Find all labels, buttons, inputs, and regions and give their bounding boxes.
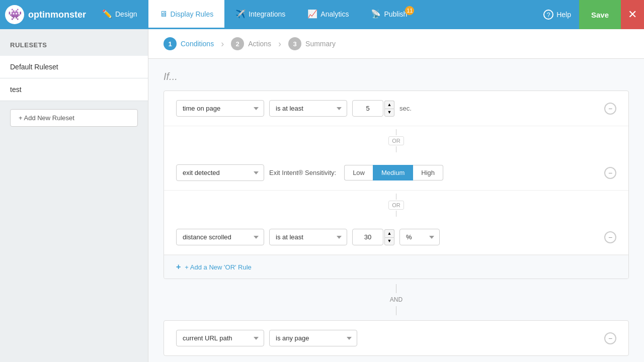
condition-select-1[interactable]: time on page exit detected distance scro… [176,100,264,117]
add-ruleset-button[interactable]: + Add New Ruleset [10,109,138,127]
design-icon: ✏️ [102,9,112,19]
rule-row-4: current URL path time on page exit detec… [164,321,628,355]
unit-label-1: sec. [399,105,412,112]
save-button[interactable]: Save [579,0,621,29]
or-label-2: OR [388,201,404,210]
or-line-bottom-1 [396,146,396,152]
value-input-1[interactable] [352,100,383,117]
unit-select-3[interactable]: % px [399,229,440,245]
tab-design[interactable]: ✏️ Design [91,0,148,29]
if-block: If... time on page exit detected distanc… [148,59,644,362]
rule-group-2: current URL path time on page exit detec… [164,320,629,356]
steps-bar: 1 Conditions › 2 Actions › 3 Summary [148,29,644,59]
sensitivity-low[interactable]: Low [344,165,373,180]
value-input-3[interactable] [352,229,383,245]
spinner-down-3[interactable]: ▼ [384,237,394,245]
sidebar-item-default-ruleset[interactable]: Default Ruleset [0,56,148,78]
spinner-up-3[interactable]: ▲ [384,229,394,237]
help-button[interactable]: ? Help [535,0,579,29]
logo: 👾 optinmonster [5,5,86,24]
condition-select-3[interactable]: distance scrolled time on page exit dete… [176,229,264,245]
tab-display-rules[interactable]: 🖥 Display Rules [148,0,225,29]
condition-select-2[interactable]: exit detected time on page distance scro… [176,164,264,181]
main-content: 1 Conditions › 2 Actions › 3 Summary If.… [148,29,644,362]
and-line-top [396,284,396,293]
step-arrow-1: › [221,39,224,49]
remove-rule-4[interactable]: − [604,332,616,344]
page-layout: Rulesets Default Ruleset test + Add New … [0,29,644,362]
remove-rule-1[interactable]: − [604,103,616,115]
tab-publish[interactable]: 📡 Publish 11 [360,0,418,29]
analytics-icon: 📈 [307,9,317,19]
spinner-down-1[interactable]: ▼ [384,109,394,117]
nav-right: ? Help Save ✕ [535,0,644,29]
operator-select-1[interactable]: is at least is less than [269,100,347,117]
sensitivity-group: Low Medium High [344,165,443,180]
step-2-label: Actions [248,40,271,48]
rule-row-1: time on page exit detected distance scro… [164,91,628,126]
integrations-icon: ✈️ [235,9,246,19]
top-navigation: 👾 optinmonster ✏️ Design 🖥 Display Rules… [0,0,644,29]
help-icon: ? [543,10,553,20]
close-button[interactable]: ✕ [621,0,644,29]
step-actions[interactable]: 2 Actions [231,37,271,50]
publish-badge: 11 [405,6,414,15]
rule-group-1: time on page exit detected distance scro… [164,90,629,279]
value-input-wrap-3: ▲ ▼ [352,229,394,245]
spinner-1: ▲ ▼ [384,101,394,117]
condition-select-4[interactable]: current URL path time on page exit detec… [176,330,264,346]
sensitivity-high[interactable]: High [413,165,443,180]
value-input-wrap-1: ▲ ▼ [352,100,394,117]
logo-icon: 👾 [5,5,24,24]
publish-icon: 📡 [371,9,381,19]
step-summary[interactable]: 3 Summary [288,37,336,50]
tab-integrations[interactable]: ✈️ Integrations [224,0,296,29]
or-separator-2: OR [164,191,628,220]
and-separator: AND [179,279,614,320]
or-line-top-2 [396,194,396,200]
plus-icon: + [176,262,181,272]
sidebar-item-test[interactable]: test [0,78,148,101]
nav-tabs: ✏️ Design 🖥 Display Rules ✈️ Integration… [91,0,535,29]
or-line-top-1 [396,129,396,135]
and-label: AND [385,295,408,305]
sidebar-header: Rulesets [0,34,148,56]
spinner-3: ▲ ▼ [384,229,394,245]
or-line-bottom-2 [396,211,396,217]
step-2-circle: 2 [231,37,244,50]
rule-row-3: distance scrolled time on page exit dete… [164,220,628,255]
sensitivity-medium[interactable]: Medium [373,165,413,180]
step-arrow-2: › [278,39,281,49]
tab-analytics[interactable]: 📈 Analytics [296,0,360,29]
operator-select-4[interactable]: is any page contains exactly matches doe… [269,330,357,346]
operator-select-3[interactable]: is at least is less than [269,229,347,245]
or-label-1: OR [388,136,404,145]
spinner-up-1[interactable]: ▲ [384,101,394,109]
display-rules-icon: 🖥 [159,10,168,19]
step-3-circle: 3 [288,37,301,50]
and-line-bottom [396,306,396,315]
step-conditions[interactable]: 1 Conditions [164,37,214,50]
or-separator-1: OR [164,126,628,155]
step-1-circle: 1 [164,37,177,50]
step-1-label: Conditions [181,40,214,48]
step-3-label: Summary [305,40,336,48]
remove-rule-2[interactable]: − [604,167,616,179]
rule-row-2: exit detected time on page distance scro… [164,155,628,191]
add-or-rule-button[interactable]: + + Add a New 'OR' Rule [164,255,628,279]
logo-text: optinmonster [28,10,86,20]
remove-rule-3[interactable]: − [604,231,616,243]
sidebar: Rulesets Default Ruleset test + Add New … [0,29,148,362]
exit-intent-label: Exit Intent® Sensitivity: [269,169,336,176]
if-label: If... [164,71,629,82]
